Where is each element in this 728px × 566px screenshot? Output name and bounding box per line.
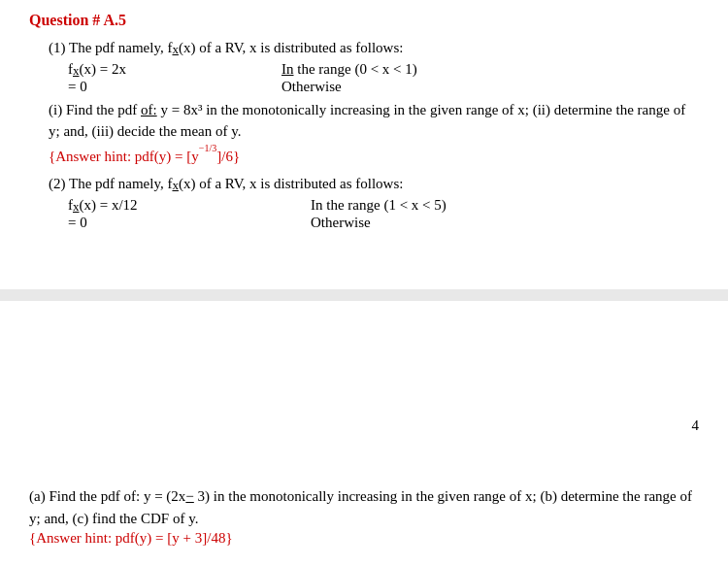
section-1: (1) The pdf namely, fx(x) of a RV, x is …: [29, 37, 699, 167]
pdf-def-2: = 0: [68, 79, 262, 95]
page-number: 4: [692, 417, 700, 434]
pdf-def-3: fx(x) = x/12: [68, 197, 262, 214]
section-1-subpart: (i) Find the pdf of: y = 8x³ in the mono…: [49, 99, 699, 143]
pdf-condition-2: Otherwise: [281, 79, 342, 95]
pdf-condition-1: In the range (0 < x < 1): [281, 61, 417, 78]
section-2-header: (2) The pdf namely, fx(x) of a RV, x is …: [49, 173, 699, 195]
pdf-row-2: = 0 Otherwise: [68, 79, 699, 95]
pdf-def-4: = 0: [68, 215, 262, 231]
content-area: Question # A.5 (1) The pdf namely, fx(x)…: [0, 0, 728, 231]
pdf-def-1: fx(x) = 2x: [68, 61, 262, 78]
pdf-condition-3: In the range (1 < x < 5): [311, 197, 447, 214]
section-2: (2) The pdf namely, fx(x) of a RV, x is …: [29, 173, 699, 231]
section-1-header: (1) The pdf namely, fx(x) of a RV, x is …: [49, 37, 699, 59]
page-divider: [0, 289, 728, 301]
pdf-row-4: = 0 Otherwise: [68, 215, 699, 231]
bottom-text: (a) Find the pdf of: y = (2x− 3) in the …: [29, 485, 699, 531]
pdf-condition-4: Otherwise: [311, 215, 371, 231]
pdf-row-1: fx(x) = 2x In the range (0 < x < 1): [68, 61, 699, 78]
pdf-row-3: fx(x) = x/12 In the range (1 < x < 5): [68, 197, 699, 214]
section-1-hint: {Answer hint: pdf(y) = [y−1/3]/6}: [49, 145, 699, 168]
bottom-hint: {Answer hint: pdf(y) = [y + 3]/48}: [29, 530, 699, 547]
question-title: Question # A.5: [29, 12, 699, 29]
page-container: Question # A.5 (1) The pdf namely, fx(x)…: [0, 0, 728, 566]
bottom-content: (a) Find the pdf of: y = (2x− 3) in the …: [29, 485, 699, 548]
